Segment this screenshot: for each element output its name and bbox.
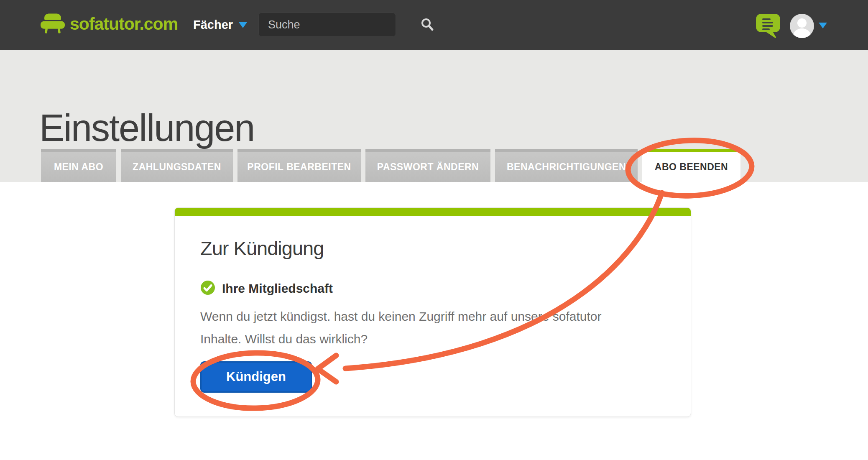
kuendigen-button[interactable]: Kündigen bbox=[200, 361, 312, 393]
avatar-head-shape bbox=[797, 18, 807, 28]
avatar-torso-shape bbox=[794, 28, 810, 38]
top-navbar: sofatutor.com Fächer bbox=[0, 0, 868, 50]
search-input[interactable] bbox=[259, 18, 420, 31]
warning-line-1: Wenn du jetzt kündigst. hast du keinen Z… bbox=[200, 305, 665, 328]
search-icon[interactable] bbox=[420, 18, 434, 32]
logo-wordmark: sofatutor.com bbox=[70, 14, 178, 34]
search-bar bbox=[258, 13, 396, 37]
page-title: Einstellungen bbox=[39, 109, 254, 147]
cancellation-warning-text: Wenn du jetzt kündigst. hast du keinen Z… bbox=[200, 305, 665, 350]
settings-page: sofatutor.com Fächer bbox=[0, 0, 868, 460]
warning-line-2: Inhalte. Willst du das wirklich? bbox=[200, 328, 665, 350]
tab-mein-abo[interactable]: MEIN ABO bbox=[41, 149, 116, 182]
card-title: Zur Kündigung bbox=[200, 238, 665, 259]
subjects-menu[interactable]: Fächer bbox=[193, 0, 247, 50]
tab-abo-beenden[interactable]: ABO BEENDEN bbox=[642, 149, 740, 182]
check-circle-icon bbox=[200, 280, 215, 297]
tab-passwort-aendern[interactable]: PASSWORT ÄNDERN bbox=[365, 149, 490, 182]
settings-tab-bar: MEIN ABO ZAHLUNGSDATEN PROFIL BEARBEITEN… bbox=[41, 149, 745, 182]
user-avatar[interactable] bbox=[790, 14, 814, 38]
tab-profil-bearbeiten[interactable]: PROFIL BEARBEITEN bbox=[237, 149, 361, 182]
chevron-down-icon bbox=[239, 22, 247, 28]
sofatutor-logo[interactable]: sofatutor.com bbox=[41, 12, 178, 36]
cancellation-card: Zur Kündigung Ihre Mitgliedschaft Wenn d… bbox=[174, 207, 691, 417]
chat-bubble-icon[interactable] bbox=[755, 13, 783, 39]
membership-heading: Ihre Mitgliedschaft bbox=[222, 281, 333, 296]
tab-zahlungsdaten[interactable]: ZAHLUNGSDATEN bbox=[121, 149, 233, 182]
sofa-couch-icon bbox=[41, 12, 65, 36]
membership-status-row: Ihre Mitgliedschaft bbox=[200, 280, 665, 297]
account-dropdown-icon[interactable] bbox=[819, 23, 827, 28]
subjects-menu-label: Fächer bbox=[193, 18, 233, 32]
card-accent-bar bbox=[175, 208, 691, 216]
settings-hero-section: Einstellungen MEIN ABO ZAHLUNGSDATEN PRO… bbox=[0, 50, 868, 182]
tab-benachrichtigungen[interactable]: BENACHRICHTIGUNGEN bbox=[495, 149, 638, 182]
